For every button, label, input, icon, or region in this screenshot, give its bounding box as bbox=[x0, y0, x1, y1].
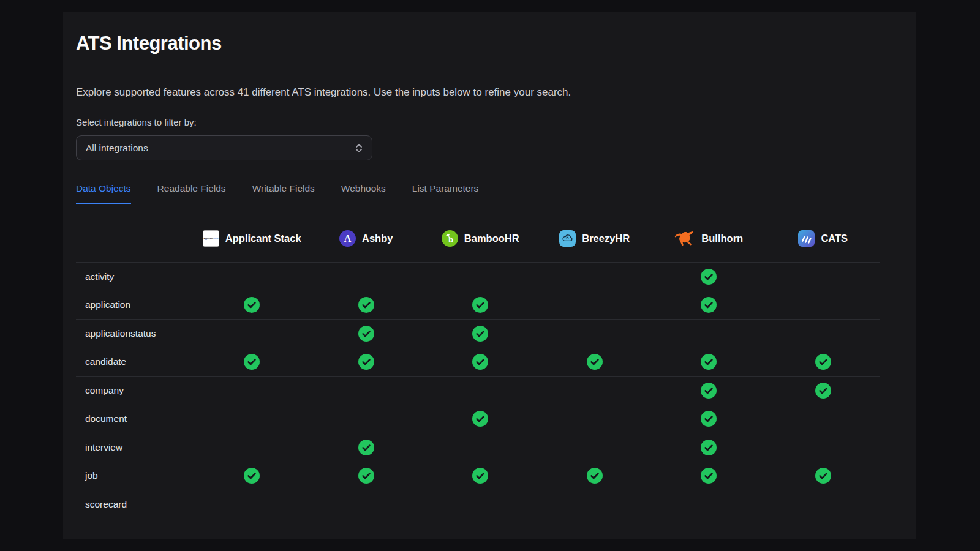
integration-column-header: AAshby bbox=[309, 230, 424, 247]
check-circle-icon bbox=[701, 354, 717, 370]
support-cell bbox=[195, 297, 309, 313]
check-circle-icon bbox=[701, 440, 717, 455]
integration-column-header: BreezyHR bbox=[538, 230, 652, 247]
row-label: activity bbox=[76, 271, 195, 282]
table-row: company bbox=[76, 377, 880, 405]
applicantstack-logo: ApplicantStack bbox=[203, 230, 219, 247]
check-circle-icon bbox=[472, 297, 488, 313]
support-cell bbox=[423, 326, 538, 342]
check-circle-icon bbox=[472, 468, 488, 484]
support-cell bbox=[195, 354, 309, 370]
support-cell bbox=[766, 354, 881, 370]
page-subtitle: Explore supported features across 41 dif… bbox=[76, 86, 903, 99]
integration-name: Bullhorn bbox=[701, 233, 743, 244]
up-down-chevron-icon bbox=[355, 143, 363, 154]
row-label: scorecard bbox=[76, 499, 195, 510]
cats-logo bbox=[798, 230, 815, 247]
support-cell bbox=[652, 440, 766, 455]
table-row: application bbox=[76, 291, 880, 320]
check-circle-icon bbox=[701, 297, 717, 313]
support-cell bbox=[652, 354, 766, 370]
integration-name: CATS bbox=[821, 233, 848, 244]
tab-readable-fields[interactable]: Readable Fields bbox=[157, 183, 226, 204]
support-cell bbox=[309, 297, 424, 313]
svg-text:A: A bbox=[344, 233, 352, 244]
table-row: interview bbox=[76, 433, 880, 462]
bullhorn-logo bbox=[674, 230, 695, 247]
check-circle-icon bbox=[358, 468, 374, 484]
row-label: application bbox=[76, 299, 195, 310]
check-circle-icon bbox=[472, 326, 488, 342]
support-cell bbox=[309, 468, 424, 484]
check-circle-icon bbox=[244, 297, 260, 313]
integration-name: BreezyHR bbox=[582, 233, 630, 244]
check-circle-icon bbox=[815, 354, 831, 370]
support-cell bbox=[652, 297, 766, 313]
support-cell bbox=[652, 468, 766, 484]
support-cell bbox=[423, 468, 538, 484]
main-panel: ATS Integrations Explore supported featu… bbox=[63, 12, 916, 539]
support-cell bbox=[423, 297, 538, 313]
support-cell bbox=[309, 440, 424, 455]
integrations-table: ApplicantStackApplicant StackAAshbybBamb… bbox=[76, 214, 880, 519]
integration-filter-value: All integrations bbox=[86, 143, 148, 154]
tab-data-objects[interactable]: Data Objects bbox=[76, 183, 131, 204]
check-circle-icon bbox=[701, 269, 717, 285]
support-cell bbox=[423, 411, 538, 427]
check-circle-icon bbox=[587, 468, 603, 484]
integration-name: Ashby bbox=[362, 233, 393, 244]
support-cell bbox=[652, 411, 766, 427]
support-cell bbox=[538, 468, 652, 484]
support-cell bbox=[766, 383, 881, 399]
check-circle-icon bbox=[472, 411, 488, 427]
tab-bar: Data ObjectsReadable FieldsWritable Fiel… bbox=[76, 183, 518, 204]
check-circle-icon bbox=[472, 354, 488, 370]
tab-writable-fields[interactable]: Writable Fields bbox=[252, 183, 315, 204]
support-cell bbox=[538, 354, 652, 370]
support-cell bbox=[195, 468, 309, 484]
table-row: document bbox=[76, 405, 880, 434]
support-cell bbox=[652, 269, 766, 285]
check-circle-icon bbox=[358, 440, 374, 455]
row-label: interview bbox=[76, 442, 195, 453]
table-row: scorecard bbox=[76, 490, 880, 519]
integration-name: Applicant Stack bbox=[225, 233, 301, 244]
check-circle-icon bbox=[701, 383, 717, 399]
page-title: ATS Integrations bbox=[76, 32, 903, 54]
check-circle-icon bbox=[701, 411, 717, 427]
table-row: applicationstatus bbox=[76, 320, 880, 348]
row-label: job bbox=[76, 470, 195, 481]
check-circle-icon bbox=[701, 468, 717, 484]
support-cell bbox=[423, 354, 538, 370]
support-cell bbox=[309, 326, 424, 342]
filter-label: Select integrations to filter by: bbox=[76, 117, 903, 127]
ashby-logo: A bbox=[339, 230, 356, 247]
check-circle-icon bbox=[358, 354, 374, 370]
row-label: document bbox=[76, 413, 195, 424]
table-row: activity bbox=[76, 263, 880, 291]
support-cell bbox=[766, 468, 881, 484]
integrations-table-body: activityapplicationapplicationstatuscand… bbox=[76, 263, 880, 519]
check-circle-icon bbox=[358, 326, 374, 342]
tab-webhooks[interactable]: Webhooks bbox=[341, 183, 386, 204]
check-circle-icon bbox=[244, 354, 260, 370]
bamboohr-logo: b bbox=[442, 230, 458, 247]
row-label: candidate bbox=[76, 356, 195, 367]
tab-list-parameters[interactable]: List Parameters bbox=[412, 183, 479, 204]
support-cell bbox=[652, 383, 766, 399]
check-circle-icon bbox=[815, 383, 831, 399]
integration-column-header: bBambooHR bbox=[423, 230, 538, 247]
integrations-header-row: ApplicantStackApplicant StackAAshbybBamb… bbox=[76, 214, 880, 263]
integration-column-header: Bullhorn bbox=[652, 230, 766, 247]
support-cell bbox=[309, 354, 424, 370]
check-circle-icon bbox=[815, 468, 831, 484]
check-circle-icon bbox=[244, 468, 260, 484]
row-label: applicationstatus bbox=[76, 328, 195, 339]
integration-column-header: CATS bbox=[766, 230, 881, 247]
integration-filter-select[interactable]: All integrations bbox=[76, 135, 372, 160]
table-row: candidate bbox=[76, 348, 880, 377]
breezyhr-logo bbox=[559, 230, 576, 247]
row-label: company bbox=[76, 385, 195, 396]
integration-name: BambooHR bbox=[464, 233, 519, 244]
check-circle-icon bbox=[587, 354, 603, 370]
